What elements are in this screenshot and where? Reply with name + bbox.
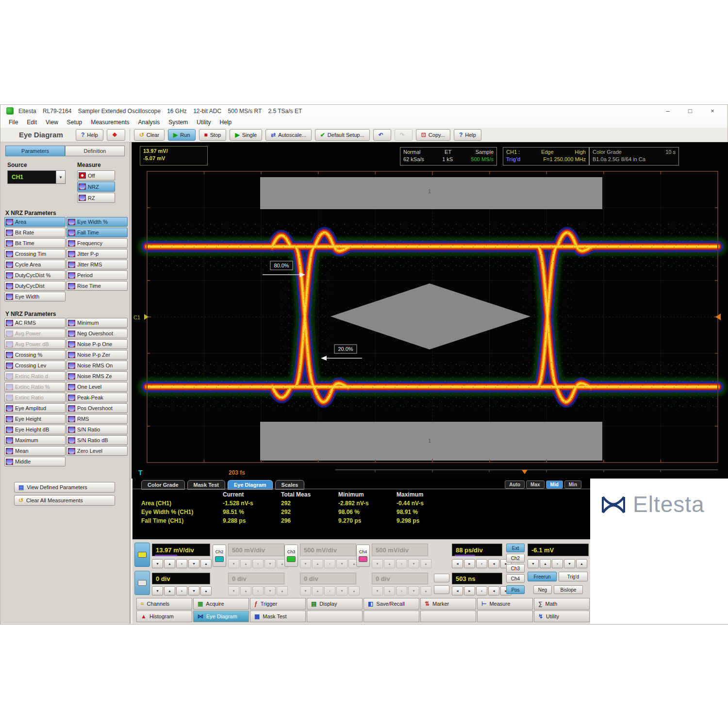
results-tab[interactable]: Mask Test bbox=[187, 480, 225, 490]
trigger-slope-pos-button[interactable]: Pos bbox=[506, 585, 525, 594]
stepper-button[interactable]: ▼ bbox=[188, 559, 199, 568]
param-button[interactable]: Bit Time bbox=[4, 238, 66, 248]
param-button[interactable]: Peak-Peak bbox=[66, 393, 128, 402]
measure-mode-button[interactable]: Off bbox=[77, 170, 115, 181]
ch1-select-button[interactable] bbox=[134, 543, 150, 567]
stepper-button[interactable]: ◄ bbox=[452, 559, 463, 568]
stepper-button[interactable]: ▪ bbox=[476, 586, 487, 596]
menu-item[interactable]: View bbox=[41, 119, 63, 126]
stepper-button[interactable]: ▲ bbox=[312, 586, 323, 596]
stepper-button[interactable]: ▼ bbox=[372, 559, 383, 568]
bottom-tab[interactable] bbox=[364, 611, 419, 622]
param-button[interactable]: S/N Ratio dB bbox=[66, 435, 128, 445]
param-button[interactable]: Cycle Area bbox=[4, 260, 66, 269]
toolbar-button[interactable]: ⊡Copy... bbox=[416, 129, 450, 141]
stepper-button[interactable]: ▲ bbox=[200, 559, 212, 568]
bottom-tab[interactable]: ⇅Marker bbox=[420, 598, 476, 610]
ext-select-button[interactable] bbox=[134, 571, 150, 595]
toolbar-button[interactable]: ?Help bbox=[76, 129, 103, 141]
stepper-button[interactable]: ▪ bbox=[552, 559, 563, 568]
param-button[interactable]: Eye Height dB bbox=[4, 425, 66, 434]
toolbar-button[interactable]: ▶Single bbox=[230, 129, 262, 141]
stepper-button[interactable]: ▲ bbox=[576, 559, 587, 568]
param-button[interactable]: Crossing Tim bbox=[4, 249, 66, 259]
menu-item[interactable]: System bbox=[164, 119, 192, 126]
stepper-button[interactable]: ▼ bbox=[408, 586, 419, 596]
menu-item[interactable]: Measurements bbox=[86, 119, 133, 126]
toolbar-button[interactable]: ✔Default Setup... bbox=[315, 129, 370, 141]
trigger-source-button[interactable]: Ch2 bbox=[506, 554, 525, 563]
param-button[interactable]: Pos Overshoot bbox=[66, 403, 128, 413]
stepper-button[interactable]: ▪ bbox=[176, 559, 187, 568]
maximize-icon[interactable]: □ bbox=[679, 105, 701, 117]
param-button[interactable]: DutyCycDist bbox=[4, 281, 66, 291]
param-button[interactable]: AC RMS bbox=[4, 318, 66, 328]
stepper-button[interactable]: ▼ bbox=[408, 559, 419, 568]
results-tab[interactable]: Eye Diagram bbox=[228, 480, 273, 490]
param-button[interactable]: Noise P-p One bbox=[66, 339, 128, 349]
stepper-button[interactable]: ▲ bbox=[384, 559, 395, 568]
close-icon[interactable]: × bbox=[701, 105, 724, 117]
param-button[interactable]: Eye Width bbox=[4, 292, 66, 301]
trigger-source-button[interactable]: Ch3 bbox=[506, 564, 525, 573]
bottom-tab[interactable]: ◧Save/Recall bbox=[364, 598, 419, 610]
stepper-button[interactable]: ▼ bbox=[528, 559, 539, 568]
stepper-button[interactable]: ▲ bbox=[420, 559, 431, 568]
param-button[interactable]: Period bbox=[66, 270, 128, 280]
param-button[interactable]: Crossing % bbox=[4, 350, 66, 360]
bottom-tab[interactable]: ⊢Measure bbox=[477, 598, 533, 610]
toolbar-button[interactable]: ↺Clear bbox=[134, 129, 165, 141]
bottom-tab[interactable]: ⋈Eye Diagram bbox=[193, 611, 249, 622]
stepper-button[interactable]: ▪ bbox=[476, 559, 487, 568]
stepper-button[interactable]: ◄ bbox=[488, 559, 499, 568]
bottom-tab[interactable]: ∑Math bbox=[534, 598, 590, 610]
minimize-icon[interactable]: – bbox=[657, 105, 679, 117]
toolbar-button[interactable]: ⇄Autoscale... bbox=[265, 129, 312, 141]
stepper-button[interactable]: ▲ bbox=[540, 559, 551, 568]
stepper-button[interactable]: ▲ bbox=[348, 586, 360, 596]
param-button[interactable]: Noise RMS On bbox=[66, 361, 128, 370]
zoom-chip-button[interactable] bbox=[434, 585, 449, 594]
param-button[interactable]: Avg Power bbox=[4, 329, 66, 338]
stepper-button[interactable]: ► bbox=[464, 559, 475, 568]
bottom-tab[interactable]: ▲Histogram bbox=[136, 611, 192, 622]
sidebar-footer-button[interactable]: ↺Clear All Measurements bbox=[14, 495, 115, 506]
toolbar-button[interactable]: ■Stop bbox=[199, 129, 227, 141]
stepper-button[interactable]: ► bbox=[464, 586, 475, 596]
stepper-button[interactable]: ▲ bbox=[240, 559, 251, 568]
trigger-freerun-button[interactable]: Freerun bbox=[528, 572, 557, 581]
stepper-button[interactable]: ▪ bbox=[324, 559, 335, 568]
stepper-button[interactable]: ▼ bbox=[336, 559, 347, 568]
stepper-button[interactable]: ◄ bbox=[488, 586, 499, 596]
sidebar-tab[interactable]: Parameters bbox=[5, 146, 65, 156]
param-button[interactable]: Zero Level bbox=[66, 446, 128, 456]
trigger-source-button[interactable]: Ch4 bbox=[506, 574, 525, 583]
sidebar-tab[interactable]: Definition bbox=[65, 146, 125, 156]
stepper-button[interactable]: ▼ bbox=[300, 586, 311, 596]
stepper-button[interactable]: ▪ bbox=[396, 559, 407, 568]
stepper-button[interactable]: ▲ bbox=[200, 586, 212, 596]
stepper-button[interactable]: ▼ bbox=[152, 559, 163, 568]
ch4-button[interactable]: Ch4 bbox=[356, 545, 370, 567]
trigger-slope-neg-button[interactable]: Neg bbox=[533, 585, 552, 594]
bottom-tab[interactable]: ▤Display bbox=[307, 598, 363, 610]
stepper-button[interactable]: ▪ bbox=[176, 586, 187, 596]
stepper-button[interactable]: ▪ bbox=[396, 586, 407, 596]
param-button[interactable]: RMS bbox=[66, 414, 128, 424]
stepper-button[interactable]: ▲ bbox=[312, 559, 323, 568]
param-button[interactable]: Minimum bbox=[66, 318, 128, 328]
stepper-button[interactable]: ▼ bbox=[152, 586, 163, 596]
stepper-button[interactable]: ▪ bbox=[252, 559, 264, 568]
param-button[interactable]: Noise P-p Zer bbox=[66, 350, 128, 360]
trigger-trigd-button[interactable]: Trig'd bbox=[559, 572, 588, 581]
toolbar-button[interactable]: ?Help bbox=[454, 129, 481, 141]
measure-mode-button[interactable]: RZ bbox=[77, 193, 115, 203]
param-button[interactable]: Mean bbox=[4, 446, 66, 456]
stepper-button[interactable]: ▼ bbox=[228, 586, 239, 596]
param-button[interactable]: Neg Overshoot bbox=[66, 329, 128, 338]
stepper-button[interactable]: ▼ bbox=[228, 559, 239, 568]
param-button[interactable]: DutyCycDist % bbox=[4, 270, 66, 280]
bottom-tab[interactable]: ▩Mask Test bbox=[250, 611, 306, 622]
stat-mode-button[interactable]: Max bbox=[526, 480, 544, 489]
stepper-button[interactable]: ◄ bbox=[452, 586, 463, 596]
